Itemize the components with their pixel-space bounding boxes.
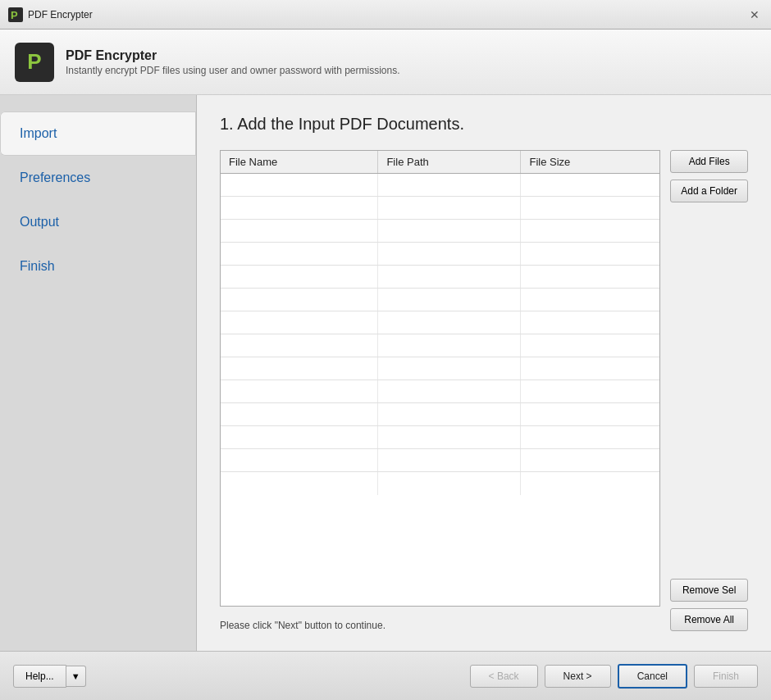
col-filesize: File Size (521, 151, 659, 174)
header-text: PDF Encrypter Instantly encrypt PDF file… (66, 48, 400, 76)
col-filename: File Name (221, 151, 378, 174)
app-header: P PDF Encrypter Instantly encrypt PDF fi… (0, 30, 771, 95)
title-bar: P PDF Encrypter ✕ (0, 0, 771, 30)
window-title: PDF Encrypter (28, 9, 93, 20)
status-text: Please click "Next" button to continue. (220, 620, 660, 631)
file-table-container: File Name File Path File Size (220, 150, 660, 607)
side-buttons: Add Files Add a Folder Remove Sel Remove… (670, 150, 748, 631)
sidebar: Import Preferences Output Finish (0, 95, 197, 651)
add-files-button[interactable]: Add Files (670, 150, 748, 173)
table-row (221, 266, 659, 289)
close-button[interactable]: ✕ (746, 9, 763, 20)
col-filepath: File Path (378, 151, 521, 174)
content-with-buttons: File Name File Path File Size (220, 150, 748, 631)
table-row (221, 197, 659, 220)
back-button[interactable]: < Back (470, 665, 538, 688)
sidebar-item-finish[interactable]: Finish (0, 244, 196, 289)
table-row (221, 403, 659, 426)
help-dropdown-button[interactable]: ▼ (66, 666, 86, 687)
content-title: 1. Add the Input PDF Documents. (220, 115, 748, 134)
file-table: File Name File Path File Size (221, 151, 659, 495)
content-area: 1. Add the Input PDF Documents. File Nam… (197, 95, 771, 651)
table-row (221, 380, 659, 403)
app-title-icon: P (8, 7, 23, 22)
table-row (221, 426, 659, 449)
table-row (221, 243, 659, 266)
sidebar-item-preferences[interactable]: Preferences (0, 156, 196, 200)
help-btn-group: Help... ▼ (13, 665, 86, 688)
finish-button[interactable]: Finish (694, 665, 758, 688)
svg-text:P: P (11, 9, 18, 21)
remove-sel-button[interactable]: Remove Sel (670, 579, 748, 602)
table-row (221, 220, 659, 243)
main-layout: Import Preferences Output Finish 1. Add … (0, 95, 771, 651)
table-row (221, 472, 659, 495)
app-name: PDF Encrypter (66, 48, 400, 63)
table-row (221, 311, 659, 334)
remove-all-button[interactable]: Remove All (670, 608, 748, 631)
next-button[interactable]: Next > (545, 665, 611, 688)
logo-letter: P (27, 49, 41, 75)
cancel-button[interactable]: Cancel (618, 664, 687, 689)
table-row (221, 334, 659, 357)
bottom-bar: Help... ▼ < Back Next > Cancel Finish (0, 651, 771, 700)
add-folder-button[interactable]: Add a Folder (670, 180, 748, 202)
table-row (221, 357, 659, 380)
table-row (221, 449, 659, 472)
button-spacer (670, 209, 748, 572)
sidebar-item-import[interactable]: Import (0, 111, 196, 156)
table-row (221, 174, 659, 197)
app-logo: P (15, 43, 54, 82)
help-button[interactable]: Help... (13, 665, 66, 688)
sidebar-item-output[interactable]: Output (0, 200, 196, 244)
app-subtitle: Instantly encrypt PDF files using user a… (66, 65, 400, 76)
file-section: File Name File Path File Size (220, 150, 660, 631)
table-row (221, 289, 659, 311)
